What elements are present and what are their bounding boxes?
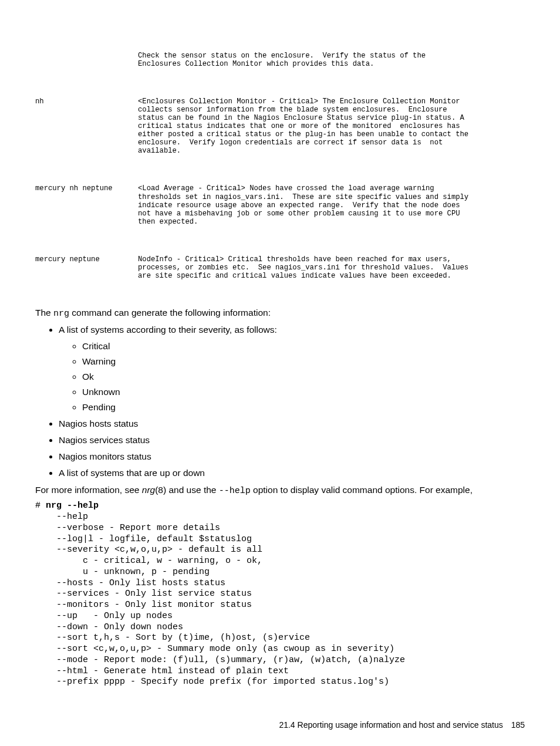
footer-section: 21.4 Reporting usage information and hos…: [279, 720, 502, 730]
code-line: --services - Only list service status: [35, 589, 252, 599]
code-line: --hosts - Only list hosts status: [35, 578, 225, 588]
code-line: --sort <c,w,o,u,p> - Summary mode only (…: [35, 644, 394, 654]
paragraph: The nrg command can generate the followi…: [35, 307, 525, 320]
prompt: #: [35, 501, 46, 511]
list-item: Nagios monitors status: [59, 451, 525, 462]
list-item: Ok: [82, 372, 525, 382]
table-cell: mercury neptune: [35, 255, 138, 280]
list-item: Nagios services status: [59, 435, 525, 445]
code-line: --up - Only up nodes: [35, 611, 173, 621]
code-line: --down - Only down nodes: [35, 622, 183, 632]
table-cell: NodeInfo - Critical> Critical thresholds…: [138, 255, 473, 280]
code-line: --log|l - logfile, default $statuslog: [35, 534, 252, 544]
text: option to display valid command options.…: [251, 485, 473, 495]
code-line: --sort t,h,s - Sort by (t)ime, (h)ost, (…: [35, 633, 310, 643]
info-list: A list of systems according to their sev…: [35, 325, 525, 478]
page-number: 185: [511, 720, 525, 730]
code-line: --help: [35, 512, 88, 522]
table-cell: nh: [35, 97, 138, 155]
text: For more information, see: [35, 485, 142, 495]
code-line: --monitors - Only list monitor status: [35, 600, 252, 610]
table-cell: <Enclosures Collection Monitor - Critica…: [138, 97, 473, 155]
code-line: --verbose - Report more details: [35, 523, 220, 533]
code-line: --html - Generate html instead of plain …: [35, 666, 289, 676]
command: nrg --help: [46, 501, 99, 511]
text: The: [35, 308, 53, 318]
page-footer: 21.4 Reporting usage information and hos…: [279, 720, 525, 730]
code-line: --severity <c,w,o,u,p> - default is all: [35, 545, 262, 555]
table-cell: Check the sensor status on the enclosure…: [138, 52, 473, 68]
code-line: u - unknown, p - pending: [35, 567, 210, 577]
text: (8) and use the: [155, 485, 219, 495]
list-item: Unknown: [82, 387, 525, 397]
paragraph: For more information, see nrg(8) and use…: [35, 484, 525, 497]
text: A list of systems according to their sev…: [59, 325, 277, 335]
italic-text: nrg: [142, 485, 155, 495]
nrg-code: nrg: [53, 309, 69, 319]
list-item: Warning: [82, 356, 525, 367]
code-line: --mode - Report mode: (f)ull, (s)ummary,…: [35, 655, 405, 665]
text: command can generate the following infor…: [69, 308, 271, 318]
code-line: c - critical, w - warning, o - ok,: [35, 556, 262, 566]
table-cell: <Load Average - Critical> Nodes have cro…: [138, 184, 473, 225]
table-cell: mercury nh neptune: [35, 184, 138, 225]
severity-sublist: Critical Warning Ok Unknown Pending: [59, 341, 525, 413]
code-block: # nrg --help --help --verbose - Report m…: [35, 501, 525, 688]
list-item: A list of systems that are up or down: [59, 468, 525, 478]
list-item: Nagios hosts status: [59, 418, 525, 429]
code-line: --prefix pppp - Specify node prefix (for…: [35, 677, 389, 687]
list-item: Pending: [82, 402, 525, 413]
status-table: Check the sensor status on the enclosure…: [35, 35, 525, 301]
help-option-code: --help: [219, 486, 251, 496]
table-cell: [35, 52, 138, 68]
list-item: Critical: [82, 341, 525, 352]
list-item: A list of systems according to their sev…: [59, 325, 525, 413]
